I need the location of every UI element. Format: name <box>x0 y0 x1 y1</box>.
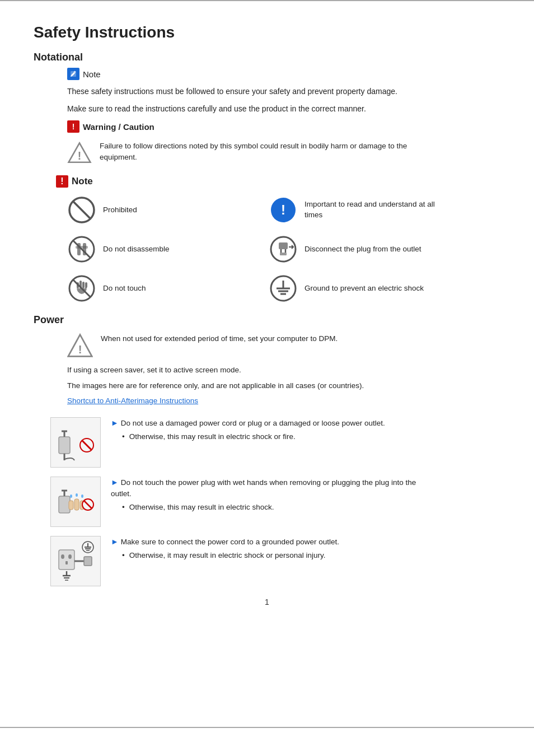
power-item-1-bullet: • Otherwise, this may result in electric… <box>122 431 385 442</box>
page-number: 1 <box>265 598 269 606</box>
power-warning1: When not used for extended period of tim… <box>101 333 338 345</box>
symbol-ground: Ground to prevent an electric shock <box>269 274 448 303</box>
symbol-disconnect: Disconnect the plug from the outlet <box>269 235 448 264</box>
page-footer: 1 <box>34 598 500 606</box>
symbol-disassemble-label: Do not disassemble <box>103 244 170 255</box>
power-warning-block: ! When not used for extended period of t… <box>67 333 500 358</box>
power-item-1: ► Do not use a damaged power cord or plu… <box>50 417 500 468</box>
svg-line-12 <box>73 240 91 258</box>
svg-point-45 <box>81 494 83 498</box>
page-container: Safety Instructions Notational Note Thes… <box>0 0 534 728</box>
svg-rect-38 <box>59 496 70 513</box>
ground-icon <box>269 274 298 303</box>
power-item-2-desc: ► Do not touch the power plug with wet h… <box>111 477 435 514</box>
power-shortcut: Shortcut to Anti-Afterimage Instructions <box>67 395 448 407</box>
page-title: Safety Instructions <box>34 24 500 41</box>
power-blue-icon-1: ► <box>111 418 121 427</box>
symbol-important-label: Important to read and understand at all … <box>305 199 448 221</box>
power-warning2: If using a screen saver, set it to activ… <box>67 364 448 376</box>
power-image-3 <box>50 536 101 586</box>
power-item-2-bullet: • Otherwise, this may result in electric… <box>122 502 435 513</box>
svg-rect-52 <box>65 561 68 564</box>
power-item-3-desc: ► Make sure to connect the power cord to… <box>111 536 339 562</box>
notational-heading: Notational <box>34 52 500 63</box>
symbol-donottouch: Do not touch <box>67 274 246 303</box>
symbol-prohibited-label: Prohibited <box>103 205 137 216</box>
disassemble-icon <box>67 235 96 264</box>
warning-triangle-icon: ! <box>67 141 92 165</box>
symbol-donottouch-label: Do not touch <box>103 283 146 294</box>
svg-rect-23 <box>85 282 87 288</box>
power-item-3-bullet: • Otherwise, it may result in electric s… <box>122 550 339 561</box>
warning-caution-row: ! Warning / Caution <box>67 120 500 133</box>
svg-rect-41 <box>74 499 79 510</box>
svg-rect-21 <box>82 282 85 288</box>
power-heading: Power <box>34 314 500 326</box>
svg-rect-14 <box>279 242 288 249</box>
symbol-ground-label: Ground to prevent an electric shock <box>305 283 424 294</box>
svg-point-50 <box>61 554 64 559</box>
power-item-1-desc: ► Do not use a damaged power cord or plu… <box>111 417 385 443</box>
note-row: Note <box>67 68 500 80</box>
svg-text:!: ! <box>281 202 285 217</box>
power-item-2: ► Do not touch the power plug with wet h… <box>50 477 500 527</box>
note-label: Note <box>83 69 101 79</box>
notational-body1: These safety instructions must be follow… <box>67 86 459 97</box>
donottouch-icon <box>67 274 96 303</box>
note2-row: ! Note <box>56 175 500 188</box>
power-warning-triangle-icon: ! <box>67 333 93 358</box>
svg-rect-49 <box>59 550 74 570</box>
power-blue-icon-2: ► <box>111 478 121 487</box>
symbols-grid: Prohibited ! Important to read and under… <box>67 195 448 303</box>
svg-text:!: ! <box>78 343 82 356</box>
note2-icon: ! <box>56 175 68 188</box>
power-warning3: The images here are for reference only, … <box>67 380 448 392</box>
warning-block: ! Failure to follow directions noted by … <box>67 141 500 165</box>
svg-point-46 <box>70 494 72 498</box>
symbol-disconnect-label: Disconnect the plug from the outlet <box>305 244 421 255</box>
svg-text:!: ! <box>78 150 81 162</box>
power-image-1 <box>50 417 101 468</box>
svg-point-51 <box>68 554 72 559</box>
notational-body2: Make sure to read the instructions caref… <box>67 103 459 115</box>
note2-label: Note <box>72 176 93 187</box>
symbol-disassemble: Do not disassemble <box>67 235 246 264</box>
svg-line-5 <box>73 201 91 219</box>
warning-caution-text: Failure to follow directions noted by th… <box>100 141 413 164</box>
warning-caution-label: Warning / Caution <box>83 122 154 132</box>
prohibited-icon <box>67 195 96 225</box>
power-blue-icon-3: ► <box>111 537 121 546</box>
symbol-prohibited: Prohibited <box>67 195 246 225</box>
svg-rect-54 <box>84 557 92 566</box>
svg-rect-32 <box>59 437 70 454</box>
svg-rect-17 <box>280 253 287 255</box>
important-icon: ! <box>269 195 298 225</box>
svg-point-44 <box>76 493 78 497</box>
disconnect-icon <box>269 235 298 264</box>
power-image-2 <box>50 477 101 527</box>
power-item-3: ► Make sure to connect the power cord to… <box>50 536 500 586</box>
svg-rect-43 <box>69 501 73 510</box>
symbol-important: ! Important to read and understand at al… <box>269 195 448 225</box>
note-icon <box>67 68 79 80</box>
warning-caution-icon: ! <box>67 120 79 133</box>
